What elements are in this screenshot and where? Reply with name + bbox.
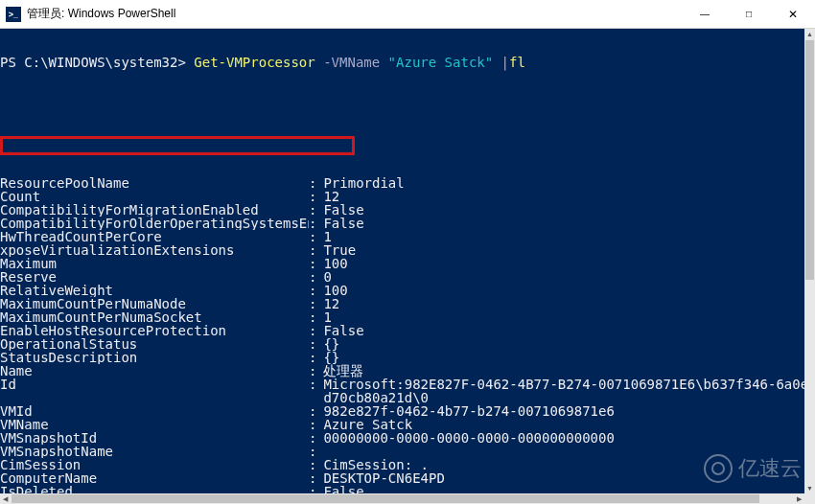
colon: : (309, 471, 315, 485)
property-value: True (315, 243, 804, 257)
property-value: 100 (315, 257, 804, 270)
colon: : (309, 458, 315, 471)
property-name: VMSnapshotId (0, 431, 309, 445)
colon: : (309, 364, 315, 378)
colon: : (309, 284, 315, 297)
property-value: Azure Satck (315, 418, 804, 431)
colon: : (309, 404, 315, 418)
colon: : (309, 485, 315, 493)
property-row: ComputerName: DESKTOP-CN6E4PD (0, 471, 804, 485)
property-row: Maximum: 100 (0, 257, 804, 270)
property-row: Id: Microsoft:982E827F-0462-4B77-B274-00… (0, 378, 804, 391)
property-value: Primordial (315, 176, 804, 190)
property-name: CompatibilityForMigrationEnabled (0, 203, 309, 217)
property-value: 12 (315, 297, 804, 310)
window-titlebar: >_ 管理员: Windows PowerShell — □ ✕ (0, 0, 815, 29)
maximize-button[interactable]: □ (727, 0, 771, 29)
property-value: 100 (315, 284, 804, 297)
colon: : (309, 230, 315, 243)
powershell-icon: >_ (6, 7, 21, 22)
scroll-down-arrow[interactable]: ▼ (804, 483, 815, 493)
colon: : (309, 176, 315, 190)
property-name: MaximumCountPerNumaSocket (0, 310, 309, 324)
horizontal-scrollbar[interactable]: ◀ ▶ (0, 493, 804, 504)
scrollbar-corner (804, 493, 815, 504)
colon: : (309, 243, 315, 257)
vertical-scroll-thumb[interactable] (805, 40, 814, 280)
property-name: Name (0, 364, 309, 378)
terminal-output[interactable]: PS C:\WINDOWS\system32> Get-VMProcessor … (0, 29, 804, 493)
property-value: 处理器 (315, 364, 804, 378)
scroll-left-arrow[interactable]: ◀ (0, 493, 11, 504)
property-row: MaximumCountPerNumaNode: 12 (0, 297, 804, 310)
colon: : (309, 270, 315, 284)
property-name: VMSnapshotName (0, 445, 309, 458)
vertical-scrollbar[interactable]: ▲ ▼ (804, 29, 815, 493)
property-name: OperationalStatus (0, 337, 309, 351)
property-value: 1 (315, 230, 804, 243)
property-name: RelativeWeight (0, 284, 309, 297)
property-value: {} (315, 337, 804, 351)
property-name: CimSession (0, 458, 309, 471)
property-name: Id (0, 378, 309, 391)
property-name: VMId (0, 404, 309, 418)
property-row: MaximumCountPerNumaSocket: 1 (0, 310, 804, 324)
property-row: Name: 处理器 (0, 364, 804, 378)
property-value-continuation: d70cb80a21d\0 (0, 391, 804, 404)
property-value: False (315, 203, 804, 217)
property-name: StatusDescription (0, 351, 309, 364)
property-value: False (315, 217, 804, 230)
property-name: Maximum (0, 257, 309, 270)
property-row: Reserve: 0 (0, 270, 804, 284)
scroll-up-arrow[interactable]: ▲ (804, 29, 815, 39)
property-row: IsDeleted: False (0, 485, 804, 493)
colon: : (309, 418, 315, 431)
colon: : (309, 351, 315, 364)
property-row: RelativeWeight: 100 (0, 284, 804, 297)
property-value: 0 (315, 270, 804, 284)
property-row: Count: 12 (0, 190, 804, 203)
property-name: xposeVirtualizationExtensions (0, 243, 309, 257)
window-title: 管理员: Windows PowerShell (27, 6, 175, 22)
colon: : (309, 203, 315, 217)
colon: : (309, 337, 315, 351)
property-row: CompatibilityForOlderOperatingSystemsEna… (0, 217, 804, 230)
property-value: {} (315, 351, 804, 364)
colon: : (309, 378, 315, 391)
property-value: 00000000-0000-0000-0000-000000000000 (315, 431, 804, 445)
colon: : (309, 190, 315, 203)
colon: : (309, 324, 315, 337)
property-name: ComputerName (0, 471, 309, 485)
property-value: 12 (315, 190, 804, 203)
property-name: VMName (0, 418, 309, 431)
property-row: OperationalStatus: {} (0, 337, 804, 351)
property-row: VMSnapshotId: 00000000-0000-0000-0000-00… (0, 431, 804, 445)
property-name: EnableHostResourceProtection (0, 324, 309, 337)
property-row: xposeVirtualizationExtensions: True (0, 243, 804, 257)
property-row: VMSnapshotName: (0, 445, 804, 458)
close-button[interactable]: ✕ (771, 0, 815, 29)
property-name: HwThreadCountPerCore (0, 230, 309, 243)
scroll-right-arrow[interactable]: ▶ (794, 493, 804, 504)
watermark-icon (704, 454, 733, 483)
horizontal-scroll-thumb[interactable] (12, 494, 759, 503)
property-name: Count (0, 190, 309, 203)
property-row: CimSession: CimSession: . (0, 458, 804, 471)
colon: : (309, 431, 315, 445)
watermark: 亿速云 (704, 454, 802, 483)
property-row: ResourcePoolName: Primordial (0, 176, 804, 190)
colon: : (309, 445, 315, 458)
property-row: VMName: Azure Satck (0, 418, 804, 431)
colon: : (309, 257, 315, 270)
property-value: False (315, 324, 804, 337)
property-row: EnableHostResourceProtection: False (0, 324, 804, 337)
colon: : (309, 310, 315, 324)
property-value: 982e827f-0462-4b77-b274-0071069871e6 (315, 404, 804, 418)
property-name: CompatibilityForOlderOperatingSystemsEna… (0, 217, 309, 230)
minimize-button[interactable]: — (683, 0, 727, 29)
property-name: MaximumCountPerNumaNode (0, 297, 309, 310)
colon: : (309, 217, 315, 230)
colon: : (309, 297, 315, 310)
property-name: IsDeleted (0, 485, 309, 493)
property-name: ResourcePoolName (0, 176, 309, 190)
